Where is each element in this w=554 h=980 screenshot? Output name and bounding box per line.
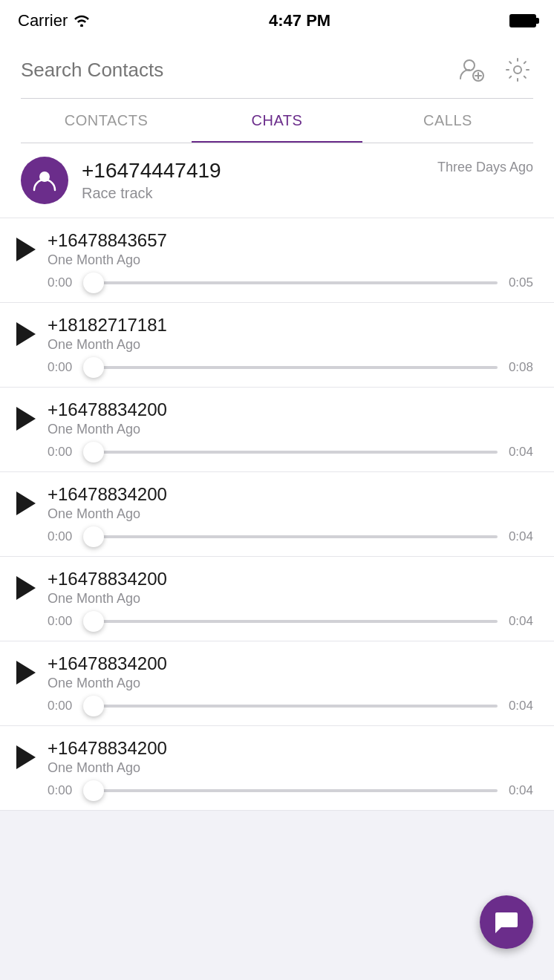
svg-point-4 — [514, 66, 521, 74]
voice-number: +18182717181 — [48, 315, 167, 336]
chat-bubble-icon — [494, 909, 519, 935]
play-button[interactable] — [16, 576, 36, 600]
play-triangle-icon — [16, 745, 36, 769]
play-triangle-icon — [16, 491, 36, 515]
slider-track[interactable] — [83, 789, 498, 792]
slider-thumb[interactable] — [83, 780, 104, 801]
voice-info: +16478834200 One Month Ago — [48, 484, 167, 522]
slider-thumb[interactable] — [83, 357, 104, 378]
slider-start-time: 0:00 — [48, 360, 74, 375]
slider-start-time: 0:00 — [48, 445, 74, 460]
chat-info: +16474447419 Race track — [82, 159, 437, 202]
play-button[interactable] — [16, 407, 36, 431]
list-item[interactable]: +16478834200 One Month Ago 0:00 0:04 — [0, 388, 554, 472]
slider-end-time: 0:05 — [506, 275, 533, 290]
header: CONTACTS CHATS CALLS — [0, 42, 554, 143]
list-item[interactable]: +16478843657 One Month Ago 0:00 0:05 — [0, 218, 554, 303]
slider-end-time: 0:04 — [506, 445, 533, 460]
voice-item-top: +16478834200 One Month Ago — [16, 653, 533, 691]
voice-time: One Month Ago — [48, 337, 167, 353]
slider-thumb[interactable] — [83, 526, 104, 547]
play-triangle-icon — [16, 238, 36, 261]
voice-item-top: +16478834200 One Month Ago — [16, 738, 533, 776]
new-chat-fab[interactable] — [480, 895, 533, 949]
slider-start-time: 0:00 — [48, 699, 74, 713]
play-triangle-icon — [16, 322, 36, 346]
battery-icon — [509, 14, 536, 27]
list-item[interactable]: +16478834200 One Month Ago 0:00 0:04 — [0, 726, 554, 811]
voice-time: One Month Ago — [48, 422, 167, 437]
play-button[interactable] — [16, 745, 36, 769]
wifi-icon — [74, 15, 90, 27]
carrier-label: Carrier — [18, 11, 90, 30]
slider-thumb[interactable] — [83, 611, 104, 632]
voice-slider-row: 0:00 0:08 — [16, 360, 533, 375]
slider-end-time: 0:08 — [506, 360, 533, 375]
svg-point-0 — [464, 60, 475, 71]
slider-track[interactable] — [83, 451, 498, 454]
slider-end-time: 0:04 — [506, 783, 533, 798]
header-icons — [454, 53, 533, 86]
voice-time: One Month Ago — [48, 506, 167, 522]
slider-thumb[interactable] — [83, 442, 104, 463]
slider-track[interactable] — [83, 705, 498, 708]
play-triangle-icon — [16, 661, 36, 685]
tab-contacts[interactable]: CONTACTS — [21, 99, 192, 143]
slider-start-time: 0:00 — [48, 614, 74, 629]
slider-start-time: 0:00 — [48, 529, 74, 544]
slider-track[interactable] — [83, 620, 498, 623]
status-bar: Carrier 4:47 PM — [0, 0, 554, 42]
search-wrapper — [21, 59, 443, 82]
list-item[interactable]: +16478834200 One Month Ago 0:00 0:04 — [0, 641, 554, 726]
slider-track[interactable] — [83, 281, 498, 284]
voice-number: +16478834200 — [48, 653, 167, 674]
chat-name: Race track — [82, 185, 437, 202]
voice-time: One Month Ago — [48, 591, 167, 607]
list-item[interactable]: +18182717181 One Month Ago 0:00 0:08 — [0, 303, 554, 388]
play-button[interactable] — [16, 238, 36, 261]
tab-calls[interactable]: CALLS — [362, 99, 533, 143]
voice-item-top: +16478834200 One Month Ago — [16, 569, 533, 607]
chat-number: +16474447419 — [82, 159, 437, 183]
add-person-icon — [457, 56, 484, 83]
play-triangle-icon — [16, 407, 36, 431]
settings-button[interactable] — [502, 53, 533, 86]
slider-start-time: 0:00 — [48, 275, 74, 290]
slider-track[interactable] — [83, 535, 498, 538]
play-button[interactable] — [16, 322, 36, 346]
voice-info: +16478843657 One Month Ago — [48, 230, 167, 268]
voice-item-top: +18182717181 One Month Ago — [16, 315, 533, 353]
tab-chats[interactable]: CHATS — [192, 99, 362, 143]
avatar — [21, 157, 68, 204]
chat-list: +16474447419 Race track Three Days Ago +… — [0, 143, 554, 964]
play-button[interactable] — [16, 661, 36, 685]
list-item[interactable]: +16478834200 One Month Ago 0:00 0:04 — [0, 472, 554, 557]
slider-track[interactable] — [83, 366, 498, 369]
voice-item-top: +16478834200 One Month Ago — [16, 399, 533, 437]
list-item[interactable]: +16478834200 One Month Ago 0:00 0:04 — [0, 557, 554, 641]
time-label: 4:47 PM — [269, 11, 330, 30]
voice-info: +16478834200 One Month Ago — [48, 653, 167, 691]
gear-icon — [505, 57, 530, 82]
play-triangle-icon — [16, 576, 36, 600]
voice-info: +16478834200 One Month Ago — [48, 569, 167, 607]
person-icon — [32, 168, 57, 193]
slider-thumb[interactable] — [83, 272, 104, 293]
voice-slider-row: 0:00 0:04 — [16, 529, 533, 544]
voice-number: +16478843657 — [48, 230, 167, 251]
add-contact-button[interactable] — [454, 53, 487, 86]
voice-slider-row: 0:00 0:04 — [16, 699, 533, 713]
slider-end-time: 0:04 — [506, 529, 533, 544]
list-item[interactable]: +16474447419 Race track Three Days Ago — [0, 143, 554, 218]
slider-start-time: 0:00 — [48, 783, 74, 798]
voice-number: +16478834200 — [48, 399, 167, 420]
voice-info: +18182717181 One Month Ago — [48, 315, 167, 353]
search-input[interactable] — [21, 59, 443, 82]
chat-time: Three Days Ago — [437, 160, 533, 175]
voice-item-top: +16478843657 One Month Ago — [16, 230, 533, 268]
slider-thumb[interactable] — [83, 696, 104, 716]
voice-item-top: +16478834200 One Month Ago — [16, 484, 533, 522]
voice-time: One Month Ago — [48, 252, 167, 268]
voice-number: +16478834200 — [48, 484, 167, 505]
play-button[interactable] — [16, 491, 36, 515]
